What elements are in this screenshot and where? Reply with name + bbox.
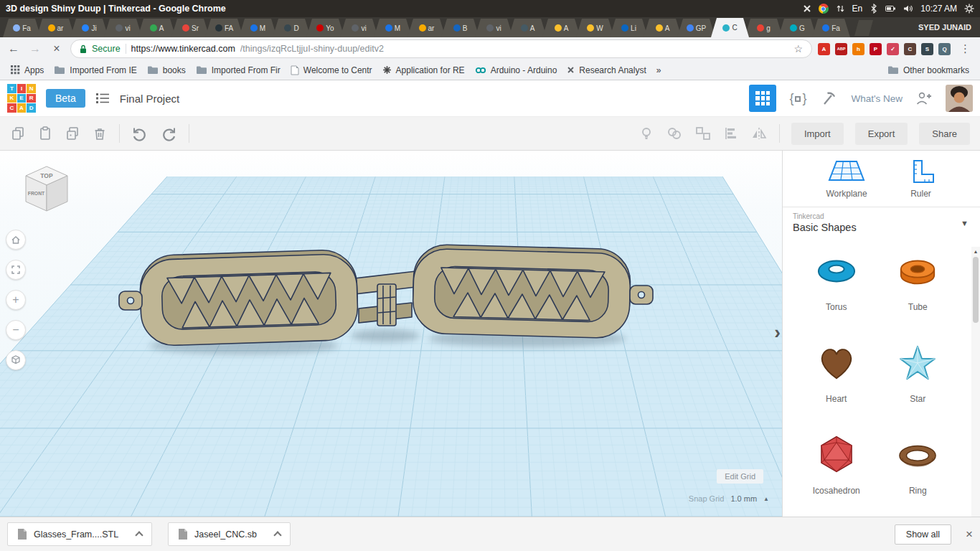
dark-ext-icon[interactable]: S <box>921 43 933 55</box>
keyboard-indicator[interactable]: En <box>852 4 863 14</box>
dashboard-grid-button[interactable] <box>749 85 776 112</box>
workplane-scene[interactable] <box>0 151 782 517</box>
mirror-icon[interactable] <box>750 126 768 141</box>
stop-reload-button[interactable]: × <box>49 41 65 57</box>
project-list-icon[interactable] <box>95 92 110 105</box>
shape-item-ring[interactable]: Ring <box>877 434 959 496</box>
clock[interactable]: 10:27 AM <box>920 4 957 14</box>
scroll-up-icon[interactable]: ▲ <box>971 247 980 254</box>
browser-tab-active[interactable]: C <box>711 18 749 37</box>
chevron-up-icon[interactable] <box>273 531 281 539</box>
redo-icon[interactable] <box>160 126 177 141</box>
browser-tab[interactable]: M <box>374 19 412 37</box>
shape-item-tube[interactable]: Tube <box>877 250 959 312</box>
category-caret-icon[interactable]: ▼ <box>961 219 969 227</box>
new-tab-button[interactable] <box>854 20 873 36</box>
shape-item-star[interactable]: Star <box>877 342 959 404</box>
browser-tab[interactable]: Fa <box>3 19 41 37</box>
pink-ext-icon[interactable]: ✓ <box>887 43 899 55</box>
whats-new-link[interactable]: What's New <box>851 93 903 104</box>
network-icon[interactable] <box>836 4 845 14</box>
close-downloads-icon[interactable]: × <box>966 527 973 542</box>
delete-icon[interactable] <box>92 126 108 141</box>
volume-icon[interactable] <box>903 4 913 14</box>
forward-button[interactable]: → <box>27 41 43 57</box>
session-gear-icon[interactable] <box>964 4 974 14</box>
scrollbar-thumb[interactable] <box>973 257 979 323</box>
export-button[interactable]: Export <box>855 123 908 145</box>
shape-category-header[interactable]: Tinkercad Basic Shapes ▼ <box>783 207 980 240</box>
home-view-button[interactable] <box>6 230 26 250</box>
browser-tab[interactable]: A <box>644 19 682 37</box>
workplane-tool[interactable]: Workplane <box>826 159 867 199</box>
copy-icon[interactable] <box>10 126 26 141</box>
browser-profile-name[interactable]: SYED JUNAID <box>910 23 980 32</box>
bookmark-item[interactable]: Other bookmarks <box>882 63 974 77</box>
bookmark-item[interactable]: Imported From IE <box>49 63 141 77</box>
zoom-out-button[interactable]: − <box>6 320 26 340</box>
shape-item-icosahedron[interactable]: Icosahedron <box>796 434 877 496</box>
browser-tab[interactable]: FA <box>205 19 243 37</box>
viewport-3d[interactable]: TOP FRONT + − › Edit Grid Snap Grid 1.0 … <box>0 151 782 517</box>
light-icon[interactable] <box>639 126 654 141</box>
bookmark-item[interactable]: Application for RE <box>377 63 470 77</box>
browser-tab[interactable]: G <box>778 19 816 37</box>
bookmark-item[interactable]: Arduino - Arduino <box>470 63 562 77</box>
bookmark-item[interactable]: Welcome to Centr <box>286 63 377 77</box>
browser-tab[interactable]: vi <box>340 19 378 37</box>
adblock-icon[interactable]: A <box>818 43 830 55</box>
shape-item-torus[interactable]: Torus <box>796 250 877 312</box>
bookmark-star-icon[interactable]: ☆ <box>793 43 803 55</box>
bookmark-item[interactable]: » <box>651 63 666 77</box>
browser-tab[interactable]: Sr <box>171 19 209 37</box>
viewcube-top-label[interactable]: TOP <box>40 172 53 179</box>
browser-tab[interactable]: Ji <box>70 19 108 37</box>
honey-icon[interactable]: h <box>852 43 864 55</box>
pinterest-icon[interactable]: P <box>870 43 882 55</box>
duplicate-icon[interactable] <box>65 126 80 141</box>
browser-menu-icon[interactable]: ⋮ <box>956 42 974 55</box>
camera-ext-icon[interactable]: C <box>904 43 916 55</box>
beta-button[interactable]: Beta <box>46 89 85 108</box>
user-avatar[interactable] <box>946 85 973 112</box>
paste-icon[interactable] <box>37 126 53 141</box>
browser-tab[interactable]: A <box>138 19 176 37</box>
shield-ext-icon[interactable]: Q <box>938 43 951 55</box>
browser-tab[interactable]: A <box>542 19 580 37</box>
browser-tab[interactable]: W <box>576 19 614 37</box>
bookmark-item[interactable]: Research Analyst <box>562 63 651 77</box>
bookmark-item[interactable]: books <box>142 63 191 77</box>
browser-tab[interactable]: Li <box>610 19 648 37</box>
browser-tab[interactable]: D <box>273 19 311 37</box>
tinkercad-logo[interactable]: TINKERCAD <box>7 84 36 113</box>
browser-tab[interactable]: vi <box>104 19 142 37</box>
browser-tab[interactable]: B <box>441 19 479 37</box>
download-chip[interactable]: Glasses_Fram....STL <box>7 522 152 546</box>
browser-tab[interactable]: ar <box>407 19 446 37</box>
battery-icon[interactable] <box>885 4 896 14</box>
viewcube-front-label[interactable]: FRONT <box>28 191 45 196</box>
import-button[interactable]: Import <box>791 123 844 145</box>
shape-item-heart[interactable]: Heart <box>796 342 877 404</box>
download-chip[interactable]: Jaseel_CNC.sb <box>168 522 291 546</box>
browser-tab[interactable]: ar <box>37 19 75 37</box>
ruler-tool[interactable]: Ruler <box>905 159 937 199</box>
chevron-up-icon[interactable] <box>135 531 143 539</box>
panel-scrollbar[interactable]: ▲ <box>971 247 980 517</box>
pickaxe-icon[interactable] <box>819 90 838 107</box>
bluetooth-icon[interactable] <box>870 4 878 14</box>
ungroup-icon[interactable] <box>694 126 712 141</box>
group-icon[interactable] <box>666 126 683 141</box>
perspective-button[interactable] <box>6 350 26 370</box>
browser-tab[interactable]: M <box>239 19 277 37</box>
edit-grid-button[interactable]: Edit Grid <box>717 469 763 484</box>
undo-icon[interactable] <box>131 126 149 141</box>
codeblocks-icon[interactable]: {} <box>789 91 806 106</box>
browser-tab[interactable]: vi <box>475 19 513 37</box>
app-indicator-icon[interactable] <box>803 4 811 13</box>
browser-tab[interactable]: A <box>509 19 547 37</box>
project-title[interactable]: Final Project <box>120 93 179 105</box>
browser-tab[interactable]: Yo <box>306 19 344 37</box>
show-all-downloads-button[interactable]: Show all <box>895 524 951 545</box>
invite-person-icon[interactable] <box>915 91 933 105</box>
